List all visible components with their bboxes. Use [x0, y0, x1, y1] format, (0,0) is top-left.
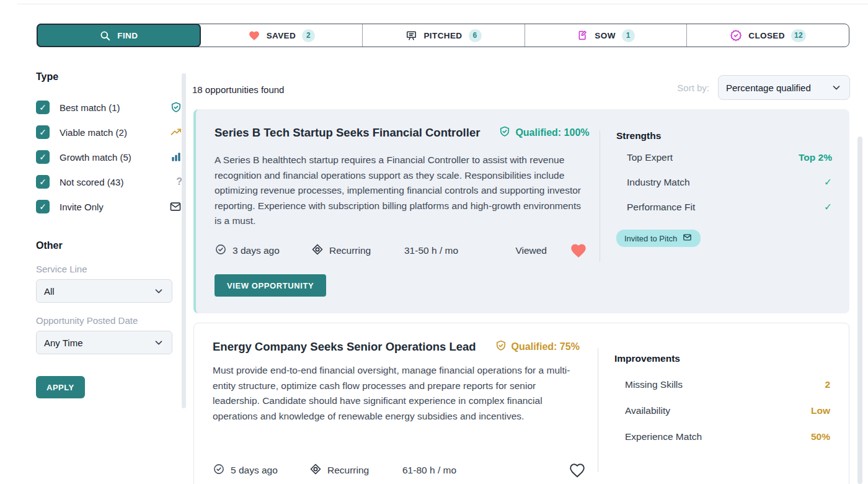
posted-date-label: Opportunity Posted Date	[36, 315, 182, 326]
improvements-panel: Improvements Missing Skills 2 Availabili…	[614, 353, 830, 450]
check-badge-icon	[730, 29, 742, 42]
filter-viable-match: Viable match (2)	[36, 120, 182, 145]
type-heading: Type	[36, 71, 182, 83]
opportunity-description: Must provide end-to-end financial oversi…	[213, 363, 585, 424]
check-circle-icon	[213, 463, 225, 478]
tab-label: PITCHED	[423, 31, 462, 40]
service-line-label: Service Line	[36, 264, 182, 274]
check-circle-icon	[215, 243, 227, 258]
posted-time: 5 days ago	[231, 465, 278, 476]
opportunity-title: Series B Tech Startup Seeks Financial Co…	[215, 126, 480, 140]
tab-pitched[interactable]: PITCHED 6	[363, 24, 525, 47]
chevron-down-icon	[831, 82, 842, 93]
check-icon: ✓	[824, 177, 832, 188]
apply-button[interactable]: APPLY	[36, 376, 85, 398]
opportunity-card: Series B Tech Startup Seeks Financial Co…	[193, 109, 849, 313]
filter-label: Invite Only	[60, 202, 104, 212]
chevron-down-icon	[153, 337, 164, 348]
badge-text: Invited to Pitch	[624, 234, 677, 243]
shield-check-icon	[170, 101, 182, 114]
shield-check-icon	[495, 339, 507, 354]
panel-heading: Improvements	[614, 353, 830, 364]
panel-row: Missing Skills 2	[614, 372, 830, 398]
opportunity-card: Energy Company Seeks Senior Operations L…	[193, 323, 849, 484]
panel-value: Low	[811, 405, 830, 416]
filter-label: Growth match (5)	[60, 152, 131, 163]
panel-value: 50%	[811, 431, 830, 442]
sort-value: Percentage qualified	[726, 83, 811, 93]
tab-count-badge: 1	[622, 29, 635, 42]
panel-row: Experience Match 50%	[614, 424, 830, 450]
engagement-type: Recurring	[329, 245, 371, 256]
tab-bar: FIND SAVED 2 PITCHED 6 SOW 1 CLOSED 12	[37, 24, 849, 47]
not-scored-checkbox[interactable]	[36, 175, 50, 189]
panel-row: Availability Low	[614, 398, 830, 424]
sort-select[interactable]: Percentage qualified	[718, 75, 850, 100]
sidebar-scrollbar[interactable]	[182, 73, 186, 408]
invited-to-pitch-badge[interactable]: Invited to Pitch	[616, 230, 701, 247]
filter-label: Viable match (2)	[60, 127, 127, 138]
check-icon: ✓	[824, 202, 832, 213]
opportunity-meta: 3 days ago Recurring 31-50 h / mo Viewed	[215, 242, 588, 259]
posted-date-select[interactable]: Any Time	[36, 331, 172, 354]
other-heading: Other	[36, 240, 182, 251]
viewed-label: Viewed	[515, 245, 547, 256]
qualified-badge: Qualified: 100%	[498, 125, 589, 140]
panel-row: Industry Match ✓	[616, 170, 832, 195]
growth-match-checkbox[interactable]	[36, 150, 50, 164]
panel-value: 2	[825, 379, 830, 390]
qualified-text: Qualified: 100%	[515, 127, 589, 138]
panel-heading: Strengths	[616, 130, 832, 141]
panel-value: Top 2%	[799, 152, 832, 163]
favorite-heart-icon[interactable]	[569, 242, 588, 259]
tab-count-badge: 12	[791, 29, 806, 42]
filter-invite-only: Invite Only	[36, 194, 182, 219]
qualified-text: Qualified: 75%	[512, 341, 580, 352]
tab-label: FIND	[117, 31, 138, 40]
panel-divider	[598, 348, 598, 472]
posted-date-value: Any Time	[44, 338, 83, 348]
opportunity-title: Energy Company Seeks Senior Operations L…	[213, 340, 476, 354]
trending-up-icon	[170, 126, 182, 138]
envelope-icon	[169, 200, 182, 213]
tab-label: SOW	[595, 31, 615, 40]
viable-match-checkbox[interactable]	[36, 125, 50, 139]
heart-icon	[248, 30, 260, 42]
tab-find[interactable]: FIND	[37, 24, 201, 47]
document-edit-icon	[577, 29, 588, 42]
panel-divider	[600, 130, 600, 262]
panel-row: Performance Fit ✓	[616, 195, 832, 220]
favorite-heart-outline-icon[interactable]	[569, 462, 586, 478]
strengths-panel: Strengths Top Expert Top 2% Industry Mat…	[616, 130, 832, 247]
sort-label: Sort by:	[677, 83, 709, 93]
view-opportunity-button[interactable]: VIEW OPPORTUNITY	[215, 274, 326, 297]
sort-control: Sort by: Percentage qualified	[677, 75, 850, 100]
tab-label: SAVED	[267, 31, 296, 40]
filter-not-scored: Not scored (43) ?	[36, 169, 182, 194]
results-count: 18 opportunities found	[192, 84, 284, 95]
search-icon	[99, 30, 111, 42]
filter-sidebar: Type Best match (1) Viable match (2) Gro…	[36, 71, 182, 398]
tab-count-badge: 6	[469, 29, 482, 42]
invite-only-checkbox[interactable]	[36, 200, 50, 213]
presentation-icon	[405, 30, 417, 42]
shield-check-icon	[498, 125, 511, 140]
filter-label: Best match (1)	[60, 102, 120, 113]
page-scrollbar[interactable]	[857, 137, 862, 484]
tab-sow[interactable]: SOW 1	[525, 24, 688, 47]
panel-row: Top Expert Top 2%	[616, 145, 832, 170]
service-line-select[interactable]: All	[36, 279, 172, 303]
best-match-checkbox[interactable]	[36, 101, 50, 114]
filter-growth-match: Growth match (5)	[36, 145, 182, 169]
top-divider	[17, 4, 868, 4]
tab-count-badge: 2	[302, 29, 315, 42]
tab-closed[interactable]: CLOSED 12	[687, 24, 849, 47]
recurring-icon	[311, 243, 324, 258]
tab-saved[interactable]: SAVED 2	[201, 24, 363, 47]
tab-label: CLOSED	[748, 31, 785, 40]
posted-time: 3 days ago	[232, 245, 280, 256]
chevron-down-icon	[153, 285, 164, 297]
opportunity-description: A Series B healthtech startup requires a…	[215, 153, 587, 229]
engagement-type: Recurring	[327, 465, 369, 476]
filter-best-match: Best match (1)	[36, 95, 182, 120]
